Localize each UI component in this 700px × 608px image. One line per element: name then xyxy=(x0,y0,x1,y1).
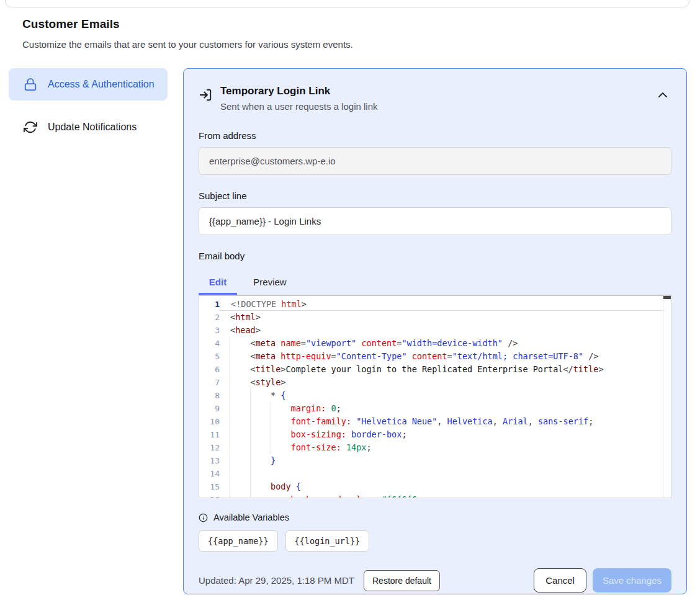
code-token xyxy=(503,338,508,348)
chevron-up-icon xyxy=(658,91,668,99)
code-token: http-equiv xyxy=(280,351,331,361)
code-token: ; xyxy=(402,429,406,439)
code-token: /> xyxy=(508,338,518,348)
code-text: background-color: #f6f6f6; xyxy=(220,493,663,498)
tab-edit[interactable]: Edit xyxy=(199,271,237,295)
restore-default-button[interactable]: Restore default xyxy=(364,570,440,591)
code-token: ; xyxy=(417,494,422,498)
cancel-button[interactable]: Cancel xyxy=(534,568,586,592)
available-variables-label: Available Variables xyxy=(213,512,289,522)
code-token: meta xyxy=(256,351,276,361)
code-line[interactable]: 4 <meta name="viewport" content="width=d… xyxy=(199,337,671,350)
refresh-icon xyxy=(24,120,37,134)
code-token: ; xyxy=(336,403,341,413)
code-text: font-family: "Helvetica Neue", Helvetica… xyxy=(220,415,663,428)
code-text xyxy=(220,467,663,480)
variable-chip-login-url[interactable]: {{login_url}} xyxy=(285,530,370,552)
code-line[interactable]: 16 background-color: #f6f6f6; xyxy=(199,493,671,498)
line-number: 8 xyxy=(199,389,220,402)
code-token: } xyxy=(271,455,276,465)
code-line[interactable]: 5 <meta http-equiv="Content-Type" conten… xyxy=(199,350,671,363)
line-number: 14 xyxy=(199,467,220,480)
code-token: Arial xyxy=(503,416,528,426)
code-line[interactable]: 7 <style> xyxy=(199,376,671,389)
sidebar: Access & Authentication Update Notificat… xyxy=(9,68,168,143)
code-text: <head> xyxy=(220,324,663,337)
from-address-input xyxy=(199,147,671,175)
code-token: style xyxy=(256,377,281,387)
tab-preview[interactable]: Preview xyxy=(251,271,289,295)
code-text: <html> xyxy=(220,311,663,324)
variable-chips: {{app_name}} {{login_url}} xyxy=(199,530,671,552)
code-token: > xyxy=(302,299,307,309)
code-token: font-size: xyxy=(291,442,341,452)
code-token: "Content-Type" xyxy=(336,351,407,361)
code-line[interactable]: 1<!DOCTYPE html> xyxy=(199,298,671,311)
code-text: * { xyxy=(220,389,663,402)
sidebar-item-access-authentication[interactable]: Access & Authentication xyxy=(9,68,168,101)
sidebar-item-update-notifications[interactable]: Update Notifications xyxy=(9,111,168,143)
code-token: <!DOCTYPE xyxy=(231,299,281,309)
line-number: 7 xyxy=(199,376,220,389)
code-token: body xyxy=(271,481,291,491)
variable-chip-app-name[interactable]: {{app_name}} xyxy=(199,530,278,552)
code-token: * xyxy=(271,390,276,400)
code-line[interactable]: 8 * { xyxy=(199,389,671,402)
code-token: content xyxy=(412,351,447,361)
code-line[interactable]: 11 box-sizing: border-box; xyxy=(199,428,671,441)
code-editor[interactable]: 1<!DOCTYPE html>2<html>3<head>4 <meta na… xyxy=(199,295,671,498)
collapse-section-button[interactable] xyxy=(654,87,671,102)
code-token: > xyxy=(256,325,261,335)
panel-header-text: Temporary Login Link Sent when a user re… xyxy=(220,85,377,112)
code-token: background-color: xyxy=(291,494,377,498)
code-token: , xyxy=(493,416,498,426)
code-token: Complete your login to the Replicated En… xyxy=(285,364,563,374)
code-line[interactable]: 10 font-family: "Helvetica Neue", Helvet… xyxy=(199,415,671,428)
code-line[interactable]: 13 } xyxy=(199,454,671,467)
code-line[interactable]: 6 <title>Complete your login to the Repl… xyxy=(199,363,671,376)
code-token: ; xyxy=(366,442,371,452)
page-subtitle: Customize the emails that are sent to yo… xyxy=(22,39,581,50)
line-number: 11 xyxy=(199,428,220,441)
code-text: margin: 0; xyxy=(220,402,663,415)
code-token: /> xyxy=(588,351,598,361)
subject-line-input[interactable] xyxy=(199,207,671,235)
line-number: 15 xyxy=(199,480,220,493)
code-token xyxy=(533,416,538,426)
line-number: 4 xyxy=(199,337,220,350)
updated-timestamp: Updated: Apr 29, 2025, 1:18 PM MDT xyxy=(199,575,354,586)
code-text: box-sizing: border-box; xyxy=(220,428,663,441)
code-token xyxy=(291,481,296,491)
editor-scrollbar-track[interactable] xyxy=(663,296,671,498)
page-title: Customer Emails xyxy=(22,17,581,31)
line-number: 12 xyxy=(199,441,220,454)
email-body-label: Email body xyxy=(199,251,671,261)
code-text: <title>Complete your login to the Replic… xyxy=(220,363,663,376)
log-in-icon xyxy=(199,88,212,102)
code-token xyxy=(230,377,251,387)
sidebar-item-label: Update Notifications xyxy=(48,120,137,135)
available-variables-header: Available Variables xyxy=(199,512,671,522)
code-line[interactable]: 14 xyxy=(199,467,671,480)
code-token: { xyxy=(296,481,301,491)
code-line[interactable]: 3<head> xyxy=(199,324,671,337)
code-token xyxy=(230,494,291,498)
code-token: { xyxy=(280,390,285,400)
code-token: content xyxy=(361,338,397,348)
line-number: 13 xyxy=(199,454,220,467)
line-number: 9 xyxy=(199,402,220,415)
editor-scrollbar-thumb[interactable] xyxy=(663,296,671,299)
code-line[interactable]: 15 body { xyxy=(199,480,671,493)
code-text: <!DOCTYPE html> xyxy=(220,298,663,311)
code-line[interactable]: 9 margin: 0; xyxy=(199,402,671,415)
code-token: ; xyxy=(588,416,593,426)
code-token: margin: xyxy=(291,403,326,413)
code-text: <meta name="viewport" content="width=dev… xyxy=(220,337,663,350)
code-token: < xyxy=(230,312,235,322)
save-changes-button[interactable]: Save changes xyxy=(593,568,671,592)
code-token: < xyxy=(251,338,256,348)
lock-icon xyxy=(24,78,37,91)
code-token: > xyxy=(598,364,603,374)
code-line[interactable]: 12 font-size: 14px; xyxy=(199,441,671,454)
code-line[interactable]: 2<html> xyxy=(199,311,671,324)
